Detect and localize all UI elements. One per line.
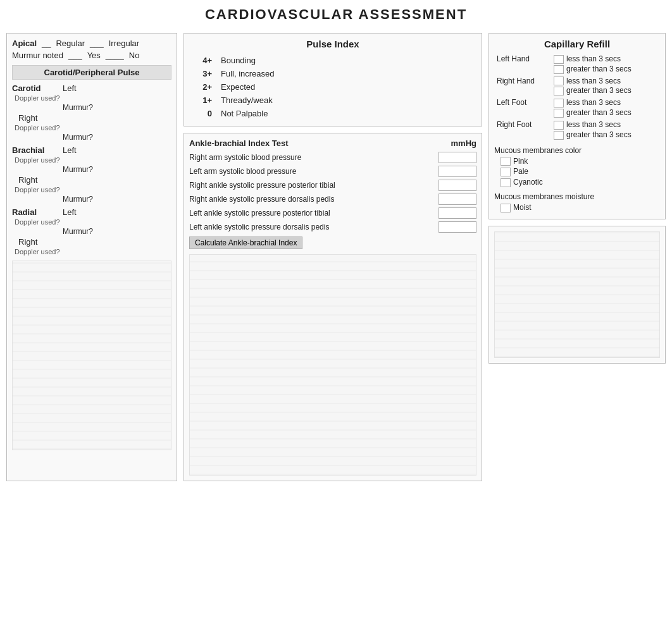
checkbox[interactable]	[554, 87, 564, 95]
apical-label: Apical	[12, 39, 37, 48]
apical-row: Apical __ Regular ___ Irregular	[12, 39, 171, 48]
cap-refill-row: Right Hand less than 3 secs greater than…	[494, 75, 660, 97]
abi-field-label: Left ankle systolic pressure dorsalis pe…	[189, 223, 435, 231]
checkbox[interactable]	[554, 65, 564, 74]
mucous-moisture-section: Mucous membranes moisture Moist	[494, 192, 660, 212]
location-label: Left Foot	[494, 97, 551, 119]
brachial-left-label: Left	[63, 145, 77, 155]
pulse-value: 1+	[190, 94, 216, 106]
abi-unit: mmHg	[451, 138, 476, 148]
pulse-index-row: 2+ Expected	[190, 81, 475, 93]
pulse-index-row: 3+ Full, increased	[190, 68, 475, 80]
abi-field-row: Right ankle systolic pressure posterior …	[189, 180, 476, 191]
mucous-color-option: Pink	[501, 157, 660, 166]
carotid-left-label: Left	[63, 83, 77, 93]
abi-input-5[interactable]	[439, 221, 476, 233]
irregular-label: Irregular	[109, 39, 139, 48]
abi-input-1[interactable]	[439, 166, 476, 177]
abi-header: Ankle-brachial Index Test	[189, 138, 289, 148]
abi-input-0[interactable]	[439, 152, 476, 163]
pulse-value: 4+	[190, 54, 216, 66]
pulse-index-box: Pulse Index 4+ Bounding 3+ Full, increas…	[184, 33, 482, 126]
page-title: CARDIOVASCULAR ASSESSMENT	[6, 6, 666, 23]
location-label: Right Foot	[494, 119, 551, 141]
checkbox[interactable]	[501, 157, 511, 166]
middle-column: Pulse Index 4+ Bounding 3+ Full, increas…	[184, 33, 482, 481]
refill-option: greater than 3 secs	[554, 108, 657, 118]
pulse-index-row: 1+ Thready/weak	[190, 94, 475, 106]
radial-right-row: Right	[12, 237, 171, 247]
abi-field-row: Left ankle systolic pressure posterior t…	[189, 207, 476, 219]
checkbox[interactable]	[554, 55, 564, 64]
irregular-prefix: ___	[90, 39, 104, 48]
carotid-right-row: Right	[12, 113, 171, 123]
refill-options: less than 3 secs greater than 3 secs	[551, 75, 660, 97]
murmur-row: Murmur noted ___ Yes ____ No	[12, 51, 171, 60]
carotid-label: Carotid	[12, 83, 56, 93]
checkbox[interactable]	[501, 178, 511, 187]
radial-left-label: Left	[63, 207, 77, 217]
regular-label: Regular	[56, 39, 85, 48]
yes-label: Yes	[87, 51, 101, 60]
pulse-description: Bounding	[217, 54, 475, 66]
abi-blurred-lower	[189, 254, 476, 476]
abi-input-4[interactable]	[439, 207, 476, 219]
refill-option: less than 3 secs	[554, 77, 657, 86]
mucous-color-option: Cyanotic	[501, 178, 660, 187]
cap-refill-row: Left Hand less than 3 secs greater than …	[494, 53, 660, 75]
brachial-right-murmur: Murmur?	[12, 195, 171, 204]
refill-option: greater than 3 secs	[554, 130, 657, 140]
brachial-left-murmur: Murmur?	[12, 165, 171, 174]
checkbox[interactable]	[501, 204, 511, 212]
brachial-group: Brachial Left Doppler used? Murmur? Righ…	[12, 145, 171, 204]
no-label: No	[129, 51, 140, 60]
abi-field-label: Left arm systolic blood pressure	[189, 167, 435, 176]
abi-field-row: Right arm systolic blood pressure	[189, 152, 476, 163]
abi-fields: Right arm systolic blood pressure Left a…	[189, 152, 476, 233]
pulse-index-header: Pulse Index	[189, 39, 476, 49]
right-blurred-area	[494, 231, 660, 358]
refill-options: less than 3 secs greater than 3 secs	[551, 97, 660, 119]
pulse-description: Not Palpable	[217, 108, 475, 120]
abi-input-2[interactable]	[439, 180, 476, 191]
abi-field-label: Right arm systolic blood pressure	[189, 153, 435, 162]
radial-right-doppler: Doppler used?	[15, 248, 171, 255]
checkbox[interactable]	[554, 77, 564, 85]
checkbox[interactable]	[554, 131, 564, 140]
checkbox[interactable]	[554, 109, 564, 118]
checkbox[interactable]	[501, 168, 511, 176]
abi-field-label: Left ankle systolic pressure posterior t…	[189, 209, 435, 218]
carotid-right-murmur: Murmur?	[12, 133, 171, 142]
abi-field-label: Right ankle systolic pressure posterior …	[189, 181, 435, 190]
brachial-left-doppler: Doppler used?	[15, 156, 171, 164]
pulse-description: Expected	[217, 81, 475, 93]
carotid-group: Carotid Left Doppler used? Murmur? Right…	[12, 83, 171, 142]
calculate-button[interactable]: Calculate Ankle-brachial Index	[189, 237, 302, 249]
carotid-section-header: Carotid/Peripheral Pulse	[12, 65, 171, 80]
mucous-color-label: Mucous membranes color	[494, 146, 660, 155]
abi-field-row: Left arm systolic blood pressure	[189, 166, 476, 177]
refill-option: greater than 3 secs	[554, 86, 657, 95]
right-lower-box	[488, 226, 666, 364]
pulse-index-row: 0 Not Palpable	[190, 108, 475, 120]
abi-field-row: Right ankle systolic pressure dorsalis p…	[189, 194, 476, 205]
carotid-right-doppler: Doppler used?	[15, 124, 171, 132]
radial-left-murmur: Murmur?	[12, 227, 171, 236]
pulse-description: Full, increased	[217, 68, 475, 80]
pulse-value: 3+	[190, 68, 216, 80]
abi-box: Ankle-brachial Index Test mmHg Right arm…	[184, 133, 482, 481]
mucous-moisture-option: Moist	[501, 203, 660, 212]
radial-label: Radial	[12, 207, 56, 217]
checkbox[interactable]	[554, 121, 564, 130]
abi-input-3[interactable]	[439, 194, 476, 205]
mucous-moisture-label: Mucous membranes moisture	[494, 192, 660, 201]
location-label: Right Hand	[494, 75, 551, 97]
refill-options: less than 3 secs greater than 3 secs	[551, 119, 660, 141]
checkbox[interactable]	[554, 99, 564, 108]
left-blurred-area	[12, 261, 171, 450]
cap-refill-row: Right Foot less than 3 secs greater than…	[494, 119, 660, 141]
mucous-moisture-options: Moist	[494, 203, 660, 212]
right-column: Capillary Refill Left Hand less than 3 s…	[488, 33, 666, 481]
abi-field-label: Right ankle systolic pressure dorsalis p…	[189, 195, 435, 204]
no-prefix: ____	[106, 51, 124, 60]
